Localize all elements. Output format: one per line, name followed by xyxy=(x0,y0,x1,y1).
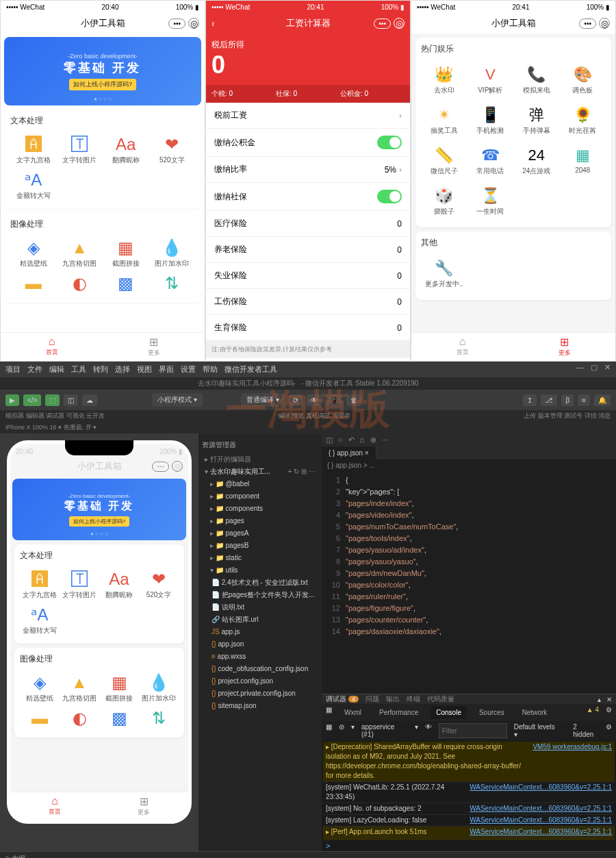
tool-item[interactable]: ◐ xyxy=(57,271,103,297)
nav-item[interactable]: ⌂首页 xyxy=(1,333,103,361)
toggle[interactable] xyxy=(377,190,402,203)
code-icon[interactable]: </> xyxy=(23,394,41,406)
tool-item[interactable]: ᵃA金额转大写 xyxy=(20,603,60,638)
menu-item[interactable]: 转到 xyxy=(93,364,108,375)
setting-row[interactable]: 工伤保险0 xyxy=(206,289,410,315)
bug-icon[interactable]: ⬚ xyxy=(45,394,60,406)
tool-item[interactable]: ▦截图拼接 xyxy=(99,670,139,706)
banner[interactable]: -Zero basic development- 零基础 开发 如何上线小程序源… xyxy=(4,37,201,105)
file-explorer[interactable]: 资源管理器 ▸ 打开的编辑器 去水印趣味实用工... + ↻ ⊞ ⋯ 📁 @ba… xyxy=(198,433,322,851)
tool-item[interactable]: ◈精选壁纸 xyxy=(20,670,60,706)
tool-item[interactable]: 📏微信尺子 xyxy=(421,141,467,181)
file[interactable]: ≡ app.wxss xyxy=(202,651,318,663)
devtools-tab[interactable]: Network xyxy=(517,706,553,719)
setting-row[interactable]: 失业保险0 xyxy=(206,263,410,289)
file[interactable]: 📄 把pages整个文件夹导入开发... xyxy=(202,589,318,601)
tool-item[interactable]: ▬ xyxy=(20,706,60,732)
nav-item[interactable]: ⌂首页 xyxy=(411,333,513,361)
setting-row[interactable]: 医疗保险0 xyxy=(206,211,410,237)
tool-item[interactable]: 🅃文字转图片 xyxy=(60,567,99,603)
console[interactable]: 调试器4 问题输出终端代码质量 ▴✕ ▦WxmlPerformanceConso… xyxy=(322,694,616,851)
tool-item[interactable]: 🅃文字转图片 xyxy=(57,132,103,168)
editor-tab[interactable]: { } app.json × xyxy=(322,446,376,459)
toggle[interactable] xyxy=(377,136,402,149)
tool-item[interactable]: ⏳一生时间 xyxy=(467,181,514,222)
folder[interactable]: 📁 pagesA xyxy=(202,527,318,540)
console-filter[interactable] xyxy=(439,723,507,738)
tool-item[interactable]: 2424点游戏 xyxy=(513,141,560,181)
tool-item[interactable]: 🔧更多开发中.. xyxy=(421,254,467,294)
menu-item[interactable]: 微信开发者工具 xyxy=(224,364,277,375)
tool-item[interactable]: 🎲掷骰子 xyxy=(421,181,467,222)
tool-item[interactable]: 👑去水印 xyxy=(421,60,467,101)
tool-item[interactable]: 🌻时光荏苒 xyxy=(560,101,606,141)
tool-item[interactable]: 📞模拟来电 xyxy=(513,60,560,101)
menu-icon[interactable]: ••• xyxy=(579,18,596,29)
menu-item[interactable]: 项目 xyxy=(5,364,21,375)
tool-item[interactable]: 💧图片加水印 xyxy=(139,670,179,706)
menu-item[interactable]: 设置 xyxy=(181,364,196,375)
file[interactable]: {} app.json xyxy=(202,638,318,651)
tool-item[interactable]: 🅰文字九宫格 xyxy=(10,132,57,168)
nav-item[interactable]: ⊞更多 xyxy=(513,333,615,361)
tool-item[interactable]: ⇅ xyxy=(139,706,179,732)
target-icon[interactable]: ◎ xyxy=(394,18,405,29)
mode-dropdown[interactable]: 小程序模式 ▾ xyxy=(152,393,203,407)
menu-icon[interactable]: ••• xyxy=(168,18,185,29)
back-icon[interactable]: ‹ xyxy=(211,18,215,29)
menubar[interactable]: 项目文件编辑工具转到选择视图界面设置帮助微信开发者工具 —▢✕ xyxy=(0,362,616,377)
editor[interactable]: ◫○↶⎌⊕··· { } app.json × { } app.json > .… xyxy=(322,433,616,851)
file[interactable]: 📄 2.4技术文档 - 安全过滤版.txt xyxy=(202,577,318,589)
menu-icon[interactable]: ••• xyxy=(374,18,391,29)
tool-item[interactable]: ◐ xyxy=(60,706,99,732)
tool-item[interactable]: ☎常用电话 xyxy=(467,141,514,181)
console-tabs[interactable]: ▦WxmlPerformanceConsoleSourcesNetwork ▲ … xyxy=(322,704,616,721)
tool-item[interactable]: ᵃA金额转大写 xyxy=(10,168,57,203)
toolbar[interactable]: ▶ </> ⬚ ◫ ☁ 小程序模式 ▾ 普通编译 ▾ ⟳👁📱🗑 ↥⎇β≡🔔 xyxy=(0,390,616,410)
setting-row[interactable]: 缴纳公积金 xyxy=(206,129,410,157)
tool-item[interactable]: 弹手持弹幕 xyxy=(513,101,560,141)
setting-row[interactable]: 税前工资› xyxy=(206,103,410,129)
devtools-tab[interactable]: Performance xyxy=(374,706,424,719)
nav-item[interactable]: ⌂首页 xyxy=(10,792,99,820)
tool-item[interactable]: ▲九宫格切图 xyxy=(57,236,103,271)
window-controls[interactable]: —▢✕ xyxy=(576,363,611,372)
menu-item[interactable]: 界面 xyxy=(159,364,174,375)
folder[interactable]: 📁 pages xyxy=(202,515,318,527)
menu-item[interactable]: 编辑 xyxy=(49,364,64,375)
tool-item[interactable]: 🎨调色板 xyxy=(560,60,606,101)
nav-item[interactable]: ⊞更多 xyxy=(103,333,205,361)
tool-item[interactable]: ▦截图拼接 xyxy=(103,236,149,271)
tool-item[interactable]: ▩ xyxy=(99,706,139,732)
tool-item[interactable]: ◈精选壁纸 xyxy=(10,236,57,271)
folder[interactable]: 📁 pagesB xyxy=(202,540,318,552)
tool-item[interactable]: ❤520文字 xyxy=(139,567,179,603)
folder[interactable]: 📁 component xyxy=(202,490,318,503)
file[interactable]: {} project.config.json xyxy=(202,675,318,687)
file[interactable]: JS app.js xyxy=(202,626,318,638)
setting-row[interactable]: 缴纳比率5%› xyxy=(206,157,410,183)
folder[interactable]: 📁 utils xyxy=(202,564,318,577)
devtools-tab[interactable]: Console xyxy=(431,706,467,719)
tool-item[interactable]: Aa翻腾昵称 xyxy=(99,567,139,603)
folder[interactable]: 📁 components xyxy=(202,503,318,515)
tool-item[interactable]: Aa翻腾昵称 xyxy=(103,132,149,168)
target-icon[interactable]: ◎ xyxy=(599,18,610,29)
tool-item[interactable]: ✴抽奖工具 xyxy=(421,101,467,141)
tool-item[interactable]: 🅰文字九宫格 xyxy=(20,567,60,603)
menu-item[interactable]: 帮助 xyxy=(203,364,218,375)
tool-item[interactable]: ▦2048 xyxy=(560,141,606,181)
nav-item[interactable]: ⊞更多 xyxy=(99,792,188,820)
tool-item[interactable]: 📱手机检测 xyxy=(467,101,514,141)
file[interactable]: 📄 说明.txt xyxy=(202,601,318,614)
menu-item[interactable]: 文件 xyxy=(27,364,42,375)
menu-item[interactable]: 工具 xyxy=(71,364,86,375)
tool-item[interactable]: ❤520文字 xyxy=(149,132,196,168)
play-icon[interactable]: ▶ xyxy=(5,394,19,406)
tool-item[interactable]: VVIP解析 xyxy=(467,60,514,101)
split-icon[interactable]: ◫ xyxy=(64,394,78,406)
target-icon[interactable]: ◎ xyxy=(188,18,199,29)
file[interactable]: {} code_obfuscation_config.json xyxy=(202,663,318,675)
menu-item[interactable]: 选择 xyxy=(115,364,130,375)
setting-row[interactable]: 养老保险0 xyxy=(206,237,410,263)
